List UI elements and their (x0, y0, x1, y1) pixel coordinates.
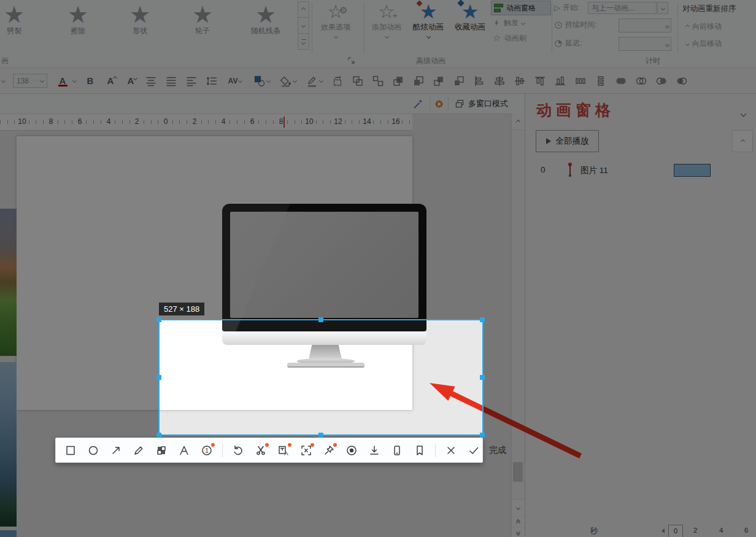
selection-handle-top-right[interactable] (480, 317, 485, 322)
new-feature-badge (265, 443, 269, 447)
toolbar-separator (222, 444, 223, 457)
new-feature-badge (288, 443, 291, 447)
confirm-check-icon[interactable] (466, 443, 481, 458)
translate-button[interactable]: A (276, 443, 291, 458)
capture-selection-region[interactable] (158, 319, 484, 436)
selection-handle-bottom-middle[interactable] (318, 433, 323, 438)
bookmark-button[interactable] (412, 443, 427, 458)
selection-handle-middle-left[interactable] (156, 375, 161, 380)
screenshot-toolbar: 1 A 完成 (55, 438, 483, 463)
rectangle-tool-button[interactable] (63, 443, 78, 458)
selection-handle-bottom-left[interactable] (156, 433, 161, 438)
selection-handle-top-left[interactable] (156, 317, 161, 322)
record-button[interactable] (344, 443, 359, 458)
svg-text:1: 1 (205, 447, 209, 454)
toolbar-separator (435, 444, 436, 457)
selection-handle-bottom-right[interactable] (480, 433, 485, 438)
new-feature-badge (211, 443, 215, 447)
mosaic-tool-button[interactable] (154, 443, 169, 458)
application-window: ★ 劈裂 ★ 擦除 ★ 形状 ★ 轮子 ★ 随机线条 ☆⚙ 效果选项 (0, 0, 756, 537)
dim-overlay-top (0, 0, 756, 320)
arrow-tool-button[interactable] (109, 443, 123, 458)
done-button[interactable]: 完成 (489, 445, 506, 456)
screen-clip-button[interactable] (253, 443, 268, 458)
pin-button[interactable] (322, 443, 336, 458)
selection-handle-middle-right[interactable] (480, 375, 485, 380)
new-feature-badge (310, 443, 314, 447)
selection-handle-top-middle[interactable] (318, 317, 323, 322)
step-number-tool-button[interactable]: 1 (199, 443, 214, 458)
cancel-capture-button[interactable] (444, 443, 458, 458)
send-to-phone-button[interactable] (390, 443, 404, 458)
ocr-recognize-button[interactable] (299, 443, 314, 458)
svg-text:A: A (284, 450, 288, 457)
download-save-button[interactable] (367, 443, 382, 458)
pencil-tool-button[interactable] (131, 443, 146, 458)
ellipse-tool-button[interactable] (86, 443, 101, 458)
selection-size-label: 527 × 188 (159, 303, 204, 315)
dim-overlay-right (482, 320, 756, 435)
dim-overlay-left (0, 320, 159, 435)
text-tool-button[interactable] (177, 443, 191, 458)
new-feature-badge (333, 443, 337, 447)
undo-button[interactable] (231, 443, 245, 458)
